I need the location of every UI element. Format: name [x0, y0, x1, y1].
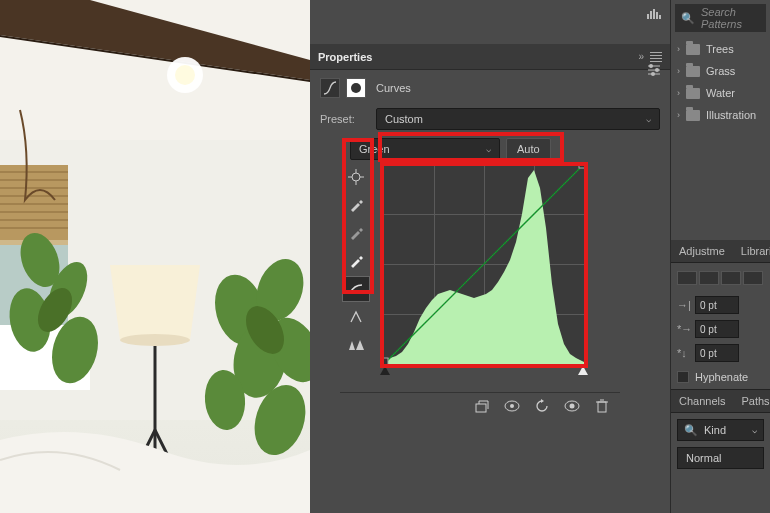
svg-point-50 — [570, 403, 575, 408]
align-center-button[interactable] — [699, 271, 719, 285]
visibility-icon[interactable] — [564, 398, 580, 414]
align-right-button[interactable] — [721, 271, 741, 285]
svg-point-62 — [655, 68, 659, 72]
space-before-icon: *↓ — [677, 347, 691, 359]
panel-tabs: Adjustme Libraries — [671, 240, 770, 263]
chevron-down-icon: ⌵ — [486, 144, 491, 154]
clip-warning-tool[interactable] — [342, 332, 370, 358]
search-input[interactable]: 🔍 Search Patterns — [675, 4, 766, 32]
target-adjust-tool[interactable] — [342, 164, 370, 190]
adjustment-label: Curves — [376, 82, 411, 94]
properties-header[interactable]: Properties » — [310, 44, 670, 70]
indent-first-field: *→0 pt — [671, 317, 770, 341]
chevron-right-icon: › — [677, 66, 680, 76]
curves-graph[interactable] — [384, 164, 584, 364]
svg-rect-58 — [659, 15, 661, 19]
blend-mode-select[interactable]: Normal — [677, 447, 764, 469]
preset-label: Preset: — [320, 113, 370, 125]
white-eyedropper-tool[interactable] — [342, 248, 370, 274]
properties-title: Properties — [318, 51, 372, 63]
indent-left-icon: →| — [677, 299, 691, 311]
indent-input[interactable]: 0 pt — [695, 344, 739, 362]
gray-eyedropper-tool[interactable] — [342, 220, 370, 246]
svg-point-37 — [352, 173, 360, 181]
svg-point-19 — [120, 334, 190, 346]
svg-rect-7 — [0, 165, 68, 240]
hyphenate-checkbox[interactable]: Hyphenate — [671, 365, 770, 389]
tab-paths[interactable]: Paths — [733, 390, 770, 412]
layer-filter[interactable]: 🔍Kind⌵ — [677, 419, 764, 441]
chevron-down-icon: ⌵ — [752, 425, 757, 435]
black-eyedropper-tool[interactable] — [342, 192, 370, 218]
mask-icon[interactable] — [346, 78, 366, 98]
folder-icon — [686, 110, 700, 121]
svg-point-4 — [175, 65, 195, 85]
align-left-button[interactable] — [677, 271, 697, 285]
document-canvas[interactable] — [0, 0, 310, 513]
adjustment-footer — [340, 392, 620, 418]
adjustments-panel-icon[interactable] — [644, 60, 664, 80]
folder-item[interactable]: ›Water — [671, 82, 770, 104]
channel-select[interactable]: Green ⌵ — [350, 138, 500, 160]
tab-channels[interactable]: Channels — [671, 390, 733, 412]
svg-rect-55 — [650, 11, 652, 19]
folder-icon — [686, 88, 700, 99]
svg-rect-56 — [653, 9, 655, 19]
search-icon: 🔍 — [684, 424, 698, 437]
folder-item[interactable]: ›Grass — [671, 60, 770, 82]
tab-libraries[interactable]: Libraries — [733, 240, 770, 262]
justify-left-button[interactable] — [743, 271, 763, 285]
view-previous-icon[interactable] — [504, 398, 520, 414]
svg-point-48 — [510, 404, 514, 408]
auto-button[interactable]: Auto — [506, 138, 551, 160]
indent-input[interactable]: 0 pt — [695, 296, 739, 314]
folder-icon — [686, 66, 700, 77]
folder-item[interactable]: ›Trees — [671, 38, 770, 60]
search-icon: 🔍 — [681, 12, 695, 25]
folder-item[interactable]: ›Illustration — [671, 104, 770, 126]
pattern-folders: ›Trees ›Grass ›Water ›Illustration — [671, 32, 770, 132]
space-before-field: *↓0 pt — [671, 341, 770, 365]
svg-rect-44 — [384, 358, 388, 364]
indent-first-icon: *→ — [677, 323, 691, 335]
draw-curve-tool[interactable] — [342, 304, 370, 330]
svg-rect-54 — [647, 14, 649, 19]
clip-to-layer-icon[interactable] — [474, 398, 490, 414]
histogram-icon — [384, 164, 584, 364]
svg-marker-18 — [110, 265, 200, 340]
preset-select[interactable]: Custom ⌵ — [376, 108, 660, 130]
indent-left-field: →|0 pt — [671, 293, 770, 317]
trash-icon[interactable] — [594, 398, 610, 414]
panel-tabs-2: Channels Paths — [671, 389, 770, 413]
svg-rect-51 — [598, 402, 606, 412]
reset-icon[interactable] — [534, 398, 550, 414]
chevron-right-icon: › — [677, 44, 680, 54]
svg-rect-45 — [579, 164, 584, 168]
svg-point-36 — [351, 83, 361, 93]
edit-points-tool[interactable] — [342, 276, 370, 302]
indent-input[interactable]: 0 pt — [695, 320, 739, 338]
chevron-right-icon: › — [677, 110, 680, 120]
paragraph-align — [671, 263, 770, 293]
right-dock: 🔍 Search Patterns ›Trees ›Grass ›Water ›… — [670, 0, 770, 513]
svg-rect-46 — [476, 404, 486, 412]
svg-rect-57 — [656, 12, 658, 19]
histogram-panel-icon[interactable] — [644, 4, 664, 24]
checkbox-icon — [677, 371, 689, 383]
tab-adjustments[interactable]: Adjustme — [671, 240, 733, 262]
svg-point-60 — [649, 64, 653, 68]
chevron-right-icon: › — [677, 88, 680, 98]
svg-point-64 — [651, 72, 655, 76]
chevron-down-icon: ⌵ — [646, 114, 651, 124]
white-point-slider[interactable] — [578, 366, 588, 375]
folder-icon — [686, 44, 700, 55]
curves-adj-icon — [320, 78, 340, 98]
black-point-slider[interactable] — [380, 366, 390, 375]
